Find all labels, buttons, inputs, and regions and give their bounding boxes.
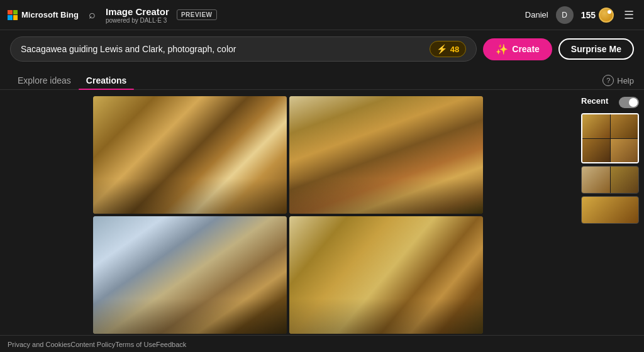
help-circle-icon: ?: [602, 75, 614, 86]
bing-logo[interactable]: Microsoft Bing: [8, 10, 79, 20]
sparkle-icon: ✨: [496, 43, 508, 55]
microsoft-logo-icon: [8, 10, 18, 20]
create-button[interactable]: ✨ Create: [483, 38, 552, 60]
privacy-link[interactable]: Privacy and Cookies: [8, 341, 70, 348]
search-button[interactable]: ⌕: [86, 6, 98, 24]
terms-link[interactable]: Terms of Use: [115, 341, 156, 348]
user-name: Daniel: [525, 10, 548, 19]
bing-label: Microsoft Bing: [21, 10, 79, 19]
image-grid: [93, 96, 483, 334]
boost-count: 48: [450, 45, 459, 54]
boost-icon: ⚡: [436, 44, 447, 54]
search-bar-container: ⚡ 48 ✨ Create Surprise Me: [0, 30, 644, 68]
recent-thumb-3[interactable]: [581, 196, 639, 224]
thumb-single-cell-2: [611, 167, 639, 193]
image-cell-2[interactable]: [289, 96, 483, 214]
avatar[interactable]: D: [556, 6, 574, 24]
surprise-label: Surprise Me: [571, 44, 621, 54]
menu-button[interactable]: ☰: [621, 6, 636, 25]
tab-creations[interactable]: Creations: [79, 72, 135, 89]
sidebar-header: Recent: [581, 96, 639, 108]
image-cell-3[interactable]: [93, 216, 287, 334]
recent-grid: [581, 113, 639, 224]
content-policy-link[interactable]: Content Policy: [70, 341, 115, 348]
preview-badge: PREVIEW: [177, 9, 217, 20]
coins-display[interactable]: 155: [581, 8, 614, 23]
thumb-single-cell-1: [582, 167, 610, 193]
coins-count: 155: [581, 10, 596, 20]
recent-label: Recent: [581, 96, 608, 106]
image-cell-4[interactable]: [289, 216, 483, 334]
search-input[interactable]: [21, 44, 430, 54]
app-title-block: Image Creator powered by DALL·E 3: [106, 6, 169, 24]
app-title: Image Creator: [106, 6, 169, 17]
image-cell-1[interactable]: [93, 96, 287, 214]
tabs-bar: Explore ideas Creations ? Help: [0, 68, 644, 90]
tab-explore[interactable]: Explore ideas: [10, 72, 79, 89]
create-label: Create: [512, 44, 540, 54]
recent-toggle[interactable]: [619, 97, 639, 108]
recent-thumb-1[interactable]: [581, 113, 639, 163]
image-grid-area: [0, 90, 576, 335]
footer-wrapper: Privacy and Cookies Content Policy Terms…: [8, 341, 636, 348]
footer: Privacy and Cookies Content Policy Terms…: [0, 335, 644, 352]
header-right: Daniel D 155 ☰: [525, 6, 636, 25]
right-sidebar: Recent: [576, 90, 644, 335]
header: Microsoft Bing ⌕ Image Creator powered b…: [0, 0, 644, 30]
app-subtitle: powered by DALL·E 3: [106, 17, 169, 24]
thumb-cell-3: [582, 139, 610, 163]
feedback-link[interactable]: Feedback: [156, 341, 186, 348]
recent-thumb-2[interactable]: [581, 166, 639, 194]
surprise-button[interactable]: Surprise Me: [558, 38, 634, 60]
coins-icon: [599, 8, 614, 23]
search-input-wrapper: ⚡ 48: [10, 36, 477, 62]
main-content: Recent: [0, 90, 644, 335]
boost-badge[interactable]: ⚡ 48: [430, 41, 466, 57]
help-button[interactable]: ? Help: [602, 75, 634, 86]
thumb-cell-1: [582, 114, 610, 138]
thumb-cell-4: [611, 139, 638, 163]
thumb-cell-2: [611, 114, 638, 138]
